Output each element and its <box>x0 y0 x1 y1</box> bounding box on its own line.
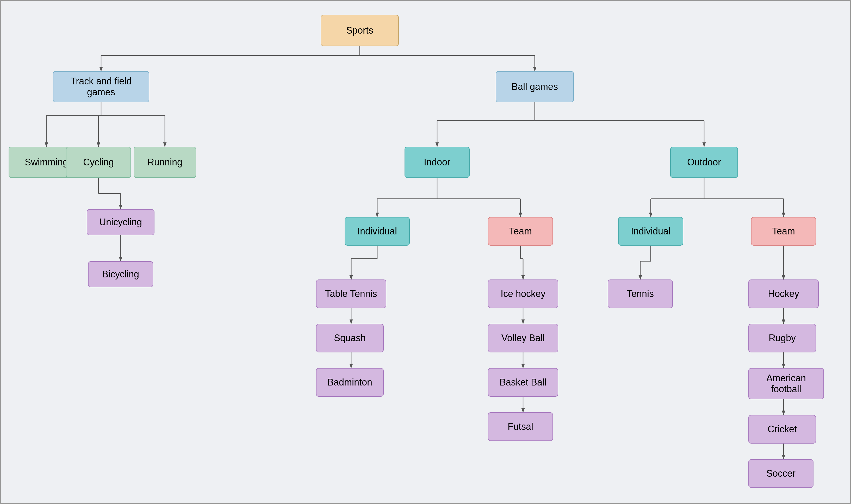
indoor-team-node: Team <box>488 217 553 246</box>
svg-marker-16 <box>163 143 166 147</box>
svg-marker-41 <box>649 213 652 217</box>
indoor-node: Indoor <box>404 147 470 178</box>
svg-marker-53 <box>349 364 353 368</box>
icehockey-node: Ice hockey <box>488 280 558 308</box>
svg-marker-57 <box>522 275 525 280</box>
tennis-node: Tennis <box>608 280 673 308</box>
americanfootball-node: American football <box>748 368 824 399</box>
sports-node: Sports <box>321 15 399 46</box>
outdoor-team-node: Team <box>751 217 816 246</box>
tabletennis-node: Table Tennis <box>316 280 386 308</box>
futsal-node: Futsal <box>488 412 553 441</box>
svg-marker-76 <box>782 411 785 415</box>
cycling-node: Cycling <box>66 147 131 178</box>
indoor-individual-node: Individual <box>345 217 410 246</box>
outdoor-node: Outdoor <box>670 147 738 178</box>
svg-marker-51 <box>349 320 353 324</box>
outdoor-individual-node: Individual <box>618 217 683 246</box>
svg-marker-10 <box>45 143 48 147</box>
cricket-node: Cricket <box>748 415 816 444</box>
svg-marker-20 <box>119 205 122 209</box>
svg-marker-72 <box>782 320 785 324</box>
badminton-node: Badminton <box>316 368 384 397</box>
svg-marker-13 <box>97 143 100 147</box>
unicycling-node: Unicycling <box>87 209 155 235</box>
soccer-node: Soccer <box>748 459 814 488</box>
svg-marker-34 <box>376 213 379 217</box>
svg-marker-74 <box>782 364 785 368</box>
svg-marker-27 <box>436 143 439 147</box>
svg-marker-61 <box>522 364 525 368</box>
svg-marker-30 <box>703 143 706 147</box>
track-node: Track and field games <box>53 71 149 102</box>
svg-marker-23 <box>119 257 122 261</box>
svg-marker-70 <box>782 275 785 280</box>
rugby-node: Rugby <box>748 324 816 353</box>
bicycling-node: Bicycling <box>88 261 153 287</box>
running-node: Running <box>134 147 196 178</box>
squash-node: Squash <box>316 324 384 353</box>
svg-marker-67 <box>639 275 642 280</box>
svg-marker-37 <box>519 213 522 217</box>
hockey-node: Hockey <box>748 280 819 308</box>
svg-marker-3 <box>99 67 103 71</box>
svg-marker-6 <box>533 67 536 71</box>
volleyball-node: Volley Ball <box>488 324 558 353</box>
ball-node: Ball games <box>496 71 574 102</box>
svg-marker-63 <box>522 408 525 412</box>
diagram: Sports Track and field games Ball games … <box>0 0 851 504</box>
svg-marker-59 <box>522 320 525 324</box>
basketball-node: Basket Ball <box>488 368 558 397</box>
svg-marker-78 <box>782 455 785 459</box>
svg-marker-48 <box>349 275 353 280</box>
svg-marker-44 <box>782 213 785 217</box>
